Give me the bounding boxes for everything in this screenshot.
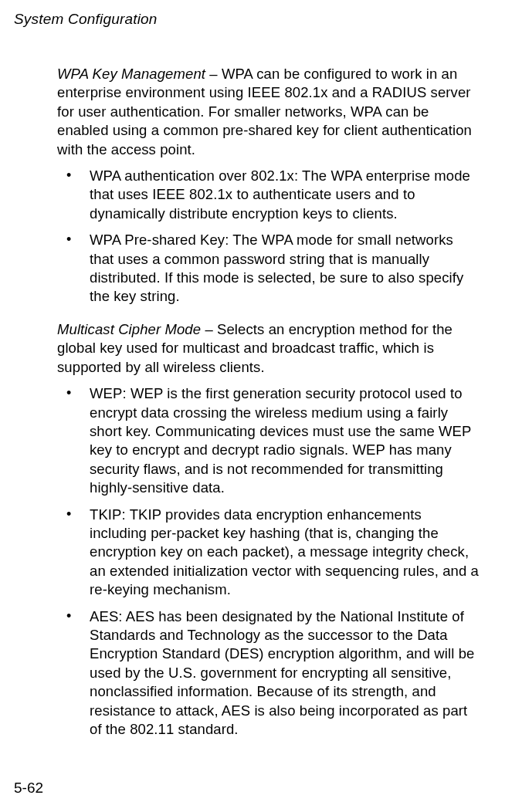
list-item: WPA Pre-shared Key: The WPA mode for sma… [57, 231, 479, 306]
multicast-bullets: WEP: WEP is the first generation securit… [57, 384, 479, 739]
main-content: WPA Key Management – WPA can be configur… [14, 65, 490, 739]
page-number: 5-62 [14, 780, 43, 797]
multicast-paragraph: Multicast Cipher Mode – Selects an encry… [57, 320, 479, 377]
list-item: WEP: WEP is the first generation securit… [57, 384, 479, 497]
list-item: AES: AES has been designated by the Nati… [57, 607, 479, 739]
multicast-lead: Multicast Cipher Mode [57, 321, 201, 337]
list-item: WPA authentication over 802.1x: The WPA … [57, 167, 479, 223]
wpa-key-bullets: WPA authentication over 802.1x: The WPA … [57, 167, 479, 306]
page-header: System Configuration [14, 11, 490, 28]
wpa-key-lead: WPA Key Management [57, 66, 205, 82]
list-item: TKIP: TKIP provides data encryption enha… [57, 506, 479, 600]
wpa-key-paragraph: WPA Key Management – WPA can be configur… [57, 65, 479, 159]
